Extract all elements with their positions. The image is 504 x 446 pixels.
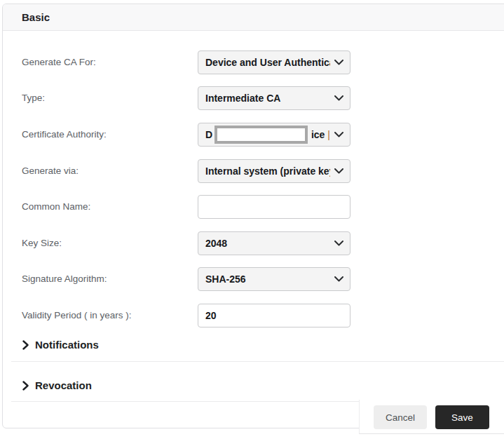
notifications-label: Notifications [35, 337, 99, 352]
signature-algorithm-value: SHA-256 [205, 273, 330, 285]
chevron-down-icon [334, 168, 343, 174]
generate-via-select[interactable]: Internal system (private key lo [198, 159, 350, 183]
basic-panel: Basic Generate CA For: Device and User A… [2, 4, 504, 428]
chevron-down-icon [334, 241, 343, 246]
type-label: Type: [22, 86, 45, 110]
row-generate-via: Generate via: Internal system (private k… [3, 159, 504, 183]
generate-via-label: Generate via: [22, 159, 79, 183]
redaction-overlay [214, 126, 308, 144]
generate-ca-page: Basic Generate CA For: Device and User A… [0, 0, 504, 446]
chevron-down-icon [334, 95, 343, 101]
key-size-select[interactable]: 2048 [198, 231, 350, 255]
section-notifications[interactable]: Notifications [3, 337, 504, 353]
certificate-authority-select[interactable]: D ice | [198, 123, 350, 147]
chevron-right-icon [22, 340, 29, 350]
key-size-value: 2048 [205, 238, 330, 249]
type-value: Intermediate CA [205, 93, 330, 104]
key-size-label: Key Size: [22, 231, 62, 255]
row-generate-ca-for: Generate CA For: Device and User Authent… [3, 50, 504, 74]
chevron-down-icon [334, 60, 343, 65]
row-validity-period: Validity Period ( in years ): [3, 304, 504, 327]
save-button[interactable]: Save [435, 405, 489, 429]
chevron-down-icon [334, 132, 343, 137]
certificate-authority-label: Certificate Authority: [22, 123, 107, 147]
common-name-label: Common Name: [22, 195, 90, 219]
validity-period-label: Validity Period ( in years ): [22, 304, 132, 327]
cancel-button[interactable]: Cancel [374, 405, 427, 429]
chevron-down-icon [334, 276, 343, 282]
row-signature-algorithm: Signature Algorithm: SHA-256 [3, 267, 504, 291]
generate-ca-for-value: Device and User Authentication [205, 57, 330, 68]
generate-ca-for-select[interactable]: Device and User Authentication [198, 50, 350, 74]
type-select[interactable]: Intermediate CA [198, 86, 350, 110]
ca-value-separator: | [327, 129, 330, 140]
row-certificate-authority: Certificate Authority: D ice | [3, 123, 504, 147]
chevron-right-icon [22, 381, 29, 391]
signature-algorithm-label: Signature Algorithm: [22, 267, 107, 291]
common-name-input[interactable] [198, 195, 350, 219]
section-revocation[interactable]: Revocation [3, 378, 504, 393]
row-key-size: Key Size: 2048 [3, 231, 504, 255]
row-type: Type: Intermediate CA [3, 86, 504, 110]
generate-ca-for-label: Generate CA For: [22, 50, 96, 74]
divider [11, 361, 504, 362]
footer-action-bar: Cancel Save [359, 400, 504, 434]
row-common-name: Common Name: [3, 195, 504, 219]
revocation-label: Revocation [35, 378, 92, 393]
certificate-authority-value: D ice | [205, 126, 330, 144]
generate-via-value: Internal system (private key lo [205, 165, 330, 177]
panel-title: Basic [22, 4, 50, 30]
signature-algorithm-select[interactable]: SHA-256 [198, 267, 350, 291]
validity-period-input[interactable] [198, 304, 350, 327]
ca-value-prefix: D [205, 129, 212, 140]
ca-value-suffix: ice [311, 129, 325, 140]
panel-header: Basic [3, 4, 504, 31]
